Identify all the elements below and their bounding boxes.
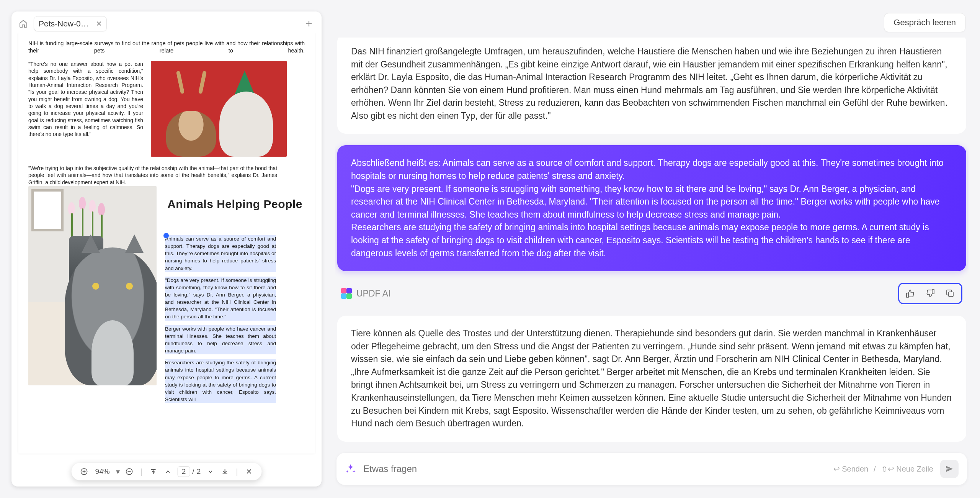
thumbs-down-button[interactable] (924, 287, 937, 300)
send-hint: ↩ Senden (833, 464, 869, 473)
doc-highlight-p4: Researchers are studying the safety of b… (165, 359, 276, 403)
doc-highlight-p1: Animals can serve as a source of comfort… (165, 235, 276, 272)
photo-dogs-christmas (151, 61, 287, 157)
close-toolbar-button[interactable]: ✕ (244, 467, 254, 477)
page-indicator: 2 / 2 (178, 466, 201, 477)
copy-button[interactable] (944, 287, 957, 300)
next-page-button[interactable] (205, 467, 215, 477)
assistant-message: Das NIH finanziert großangelegte Umfrage… (337, 38, 966, 134)
ai-attribution-row: UPDF AI (337, 283, 966, 304)
page-total: 2 (197, 467, 201, 476)
chat-input[interactable] (363, 464, 826, 474)
home-button[interactable] (17, 17, 30, 30)
selected-text-block[interactable]: Animals can serve as a source of comfort… (165, 217, 276, 403)
send-button[interactable] (940, 460, 959, 478)
input-hints: ↩ Senden / ⇧↩ Neue Zeile (833, 464, 933, 473)
ai-badge: UPDF AI (341, 288, 390, 299)
last-page-button[interactable] (220, 467, 230, 477)
doc-heading: Animals Helping People (165, 198, 305, 211)
photo-cat-tulips (28, 186, 157, 385)
ai-label: UPDF AI (356, 288, 390, 299)
first-page-button[interactable] (149, 467, 158, 477)
document-tab[interactable]: Pets-New-01.p… ✕ (34, 16, 107, 31)
user-message: Abschließend heißt es: Animals can serve… (337, 145, 966, 271)
separator: | (234, 467, 239, 476)
document-pane: Pets-New-01.p… ✕ + NIH is funding large-… (11, 11, 322, 487)
assistant-message: Tiere können als Quelle des Trostes und … (337, 316, 966, 442)
zoom-in-button[interactable] (79, 467, 89, 477)
chat-header: Gespräch leeren (335, 11, 969, 38)
thumbs-up-button[interactable] (904, 287, 917, 300)
doc-highlight-p2: "Dogs are very present. If someone is st… (165, 277, 276, 321)
doc-highlight-p3: Berger works with people who have cancer… (165, 325, 276, 355)
document-viewport[interactable]: NIH is funding large-scale surveys to fi… (11, 33, 322, 487)
zoom-value: 94% (94, 467, 111, 476)
tab-label: Pets-New-01.p… (39, 19, 92, 28)
doc-quote-1: "There's no one answer about how a pet c… (28, 61, 143, 157)
spark-icon (345, 463, 356, 475)
updf-logo-icon (341, 288, 352, 299)
tab-bar: Pets-New-01.p… ✕ + (11, 11, 322, 33)
zoom-dropdown-icon[interactable]: ▾ (116, 467, 120, 476)
chat-pane: Gespräch leeren Das NIH finanziert großa… (335, 11, 969, 487)
home-icon (19, 19, 28, 28)
viewer-toolbar: 94% ▾ | 2 / 2 | ✕ (72, 463, 262, 480)
chat-input-bar: ↩ Senden / ⇧↩ Neue Zeile (336, 453, 967, 485)
separator: | (139, 467, 144, 476)
reset-conversation-button[interactable]: Gespräch leeren (884, 13, 965, 32)
feedback-box (898, 283, 962, 304)
conversation[interactable]: Das NIH finanziert großangelegte Umfrage… (335, 38, 969, 445)
svg-rect-2 (949, 292, 953, 297)
doc-paragraph-intro: NIH is funding large-scale surveys to fi… (28, 40, 305, 55)
zoom-out-button[interactable] (124, 467, 134, 477)
newline-hint: ⇧↩ Neue Zeile (881, 464, 933, 473)
selection-handle[interactable] (163, 233, 169, 238)
new-tab-button[interactable]: + (302, 16, 316, 31)
document-page: NIH is funding large-scale surveys to fi… (18, 33, 315, 454)
page-current[interactable]: 2 (178, 466, 190, 477)
close-icon[interactable]: ✕ (96, 20, 102, 28)
prev-page-button[interactable] (163, 467, 173, 477)
doc-quote-2: "We're trying to tap into the subjective… (28, 165, 277, 186)
